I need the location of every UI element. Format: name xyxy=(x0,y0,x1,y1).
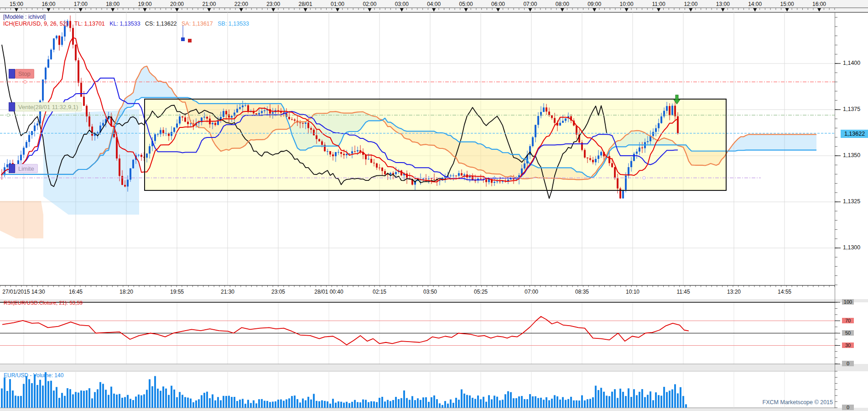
rsi-scale-label: 100 xyxy=(842,299,854,305)
time-axis-hour-label: 17:00 xyxy=(74,1,88,7)
date-axis-label: 19:55 xyxy=(170,289,184,295)
date-axis-label: 02:15 xyxy=(373,289,386,295)
indicator-legend: [Modèle : ichivol] ICH(EUR/USD, 9, 26, 5… xyxy=(3,14,249,27)
time-axis-hour-label: 12:00 xyxy=(684,1,697,7)
time-axis-hour-label: 08:00 xyxy=(556,1,569,7)
volume-indicator-title: EUR/USD - Volume: 140 xyxy=(4,372,63,379)
price-axis-label: 1,1300 xyxy=(843,244,860,251)
legend-part: ICH(EUR/USD, 9, 26, 52) - xyxy=(3,21,74,27)
order-handle-icon xyxy=(9,102,15,111)
price-axis-label: 1,1400 xyxy=(843,60,860,66)
date-axis-label: 07:00 xyxy=(525,289,538,295)
date-axis-label: 14:55 xyxy=(778,289,791,295)
trading-chart-window: [Modèle : ichivol] ICH(EUR/USD, 9, 26, 5… xyxy=(0,0,868,411)
limit-order-text: Limite xyxy=(15,164,38,173)
rsi-scale-label: 0 xyxy=(842,361,854,366)
legend-part: CS: 1,13622 xyxy=(145,21,182,27)
date-axis-label: 03:50 xyxy=(423,289,437,295)
time-axis-hour-label: 16:00 xyxy=(812,1,826,7)
time-axis-hour-label: 09:00 xyxy=(587,1,601,7)
sell-order-label[interactable]: Vente(28/01 11:32,9,1) xyxy=(9,102,82,111)
rsi-indicator-title: RSI(EUR/USD.Cloture, 21): 53,59 xyxy=(4,300,83,306)
legend-part: KL: 1,13533 xyxy=(109,21,145,27)
time-axis-hour-label: 15:00 xyxy=(10,1,23,7)
watermark-text: FXCM Marketscope © 2015 xyxy=(763,399,833,406)
time-axis-hour-label: 23:00 xyxy=(266,1,280,7)
date-axis-label: 28/01 00:40 xyxy=(314,289,343,295)
rsi-scale-label: 70 xyxy=(842,318,854,323)
price-axis-label: 1,1375 xyxy=(843,106,860,112)
time-axis-hour-label: 14:00 xyxy=(748,1,762,7)
time-axis-hour-label: 11:00 xyxy=(652,1,665,7)
price-axis-label: 1,1325 xyxy=(843,198,860,205)
time-axis-hour-label: 18:00 xyxy=(106,1,120,7)
time-axis-hour-label: 10:00 xyxy=(620,1,634,7)
chart-canvas[interactable] xyxy=(0,0,868,411)
time-axis-hour-label: 01:00 xyxy=(331,1,344,7)
order-handle-icon xyxy=(9,69,15,79)
date-axis-label: 18:20 xyxy=(120,289,133,295)
date-axis-label: 05:25 xyxy=(474,289,488,295)
stop-order-text: Stop xyxy=(15,69,34,79)
stop-order-label[interactable]: Stop xyxy=(9,69,34,79)
price-axis-label: 1,1350 xyxy=(843,152,860,158)
sell-order-text: Vente(28/01 11:32,9,1) xyxy=(15,102,82,111)
date-axis-label: 23:05 xyxy=(271,289,285,295)
time-axis-hour-label: 06:00 xyxy=(491,1,505,7)
date-axis-label: 21:30 xyxy=(221,289,234,295)
time-axis-hour-label: 16:00 xyxy=(42,1,55,7)
time-axis-hour-label: 21:00 xyxy=(202,1,216,7)
time-axis-hour-label: 03:00 xyxy=(395,1,409,7)
date-axis-label: 11:45 xyxy=(676,289,690,295)
current-price-tag: 1,13622 xyxy=(841,130,868,138)
time-axis-hour-label: 15:00 xyxy=(780,1,794,7)
time-axis-hour-label: 20:00 xyxy=(170,1,184,7)
date-axis-label: 13:20 xyxy=(727,289,741,295)
time-axis-hour-label: 19:00 xyxy=(138,1,152,7)
legend-values-line: ICH(EUR/USD, 9, 26, 52) - TL: 1,13701 KL… xyxy=(3,21,249,27)
time-axis-hour-label: 28/01 xyxy=(299,1,312,7)
time-axis-hour-label: 04:00 xyxy=(427,1,441,7)
date-axis-label: 08:35 xyxy=(575,289,589,295)
date-axis-label: 27/01/2015 14:30 xyxy=(2,289,45,295)
time-axis-hour-label: 05:00 xyxy=(459,1,473,7)
legend-part: SB: 1,13533 xyxy=(218,21,249,27)
date-axis-label: 10:10 xyxy=(626,289,639,295)
time-axis-hour-label: 13:00 xyxy=(716,1,730,7)
date-axis-label: 16:45 xyxy=(69,289,83,295)
volume-scale-zero-label: 0 xyxy=(842,405,854,410)
time-axis-hour-label: 02:00 xyxy=(363,1,376,7)
order-handle-icon xyxy=(9,164,15,173)
legend-part: SA: 1,13617 xyxy=(182,21,218,27)
legend-model-line: [Modèle : ichivol] xyxy=(3,14,249,21)
time-axis-hour-label: 07:00 xyxy=(523,1,537,7)
time-axis-hour-label: 22:00 xyxy=(234,1,248,7)
limit-order-label[interactable]: Limite xyxy=(9,164,38,173)
rsi-scale-label: 30 xyxy=(842,342,854,348)
rsi-scale-label: 50 xyxy=(842,330,854,336)
legend-part: TL: 1,13701 xyxy=(74,21,109,27)
